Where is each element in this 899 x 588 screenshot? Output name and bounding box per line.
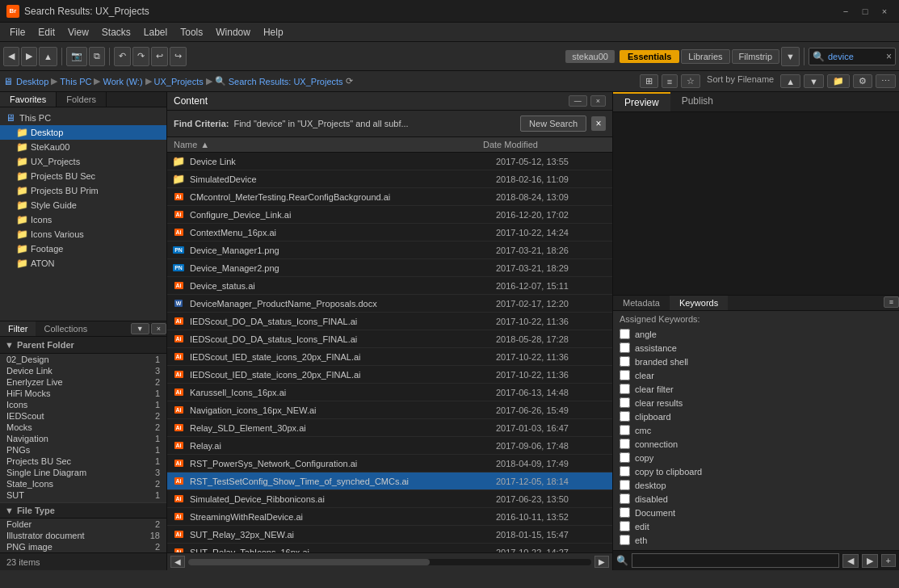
tree-item-this-pc[interactable]: 🖥This PC	[0, 111, 166, 125]
file-row[interactable]: AiCMcontrol_MeterTesting.RearConfigBackg…	[167, 188, 612, 206]
keyword-checkbox[interactable]	[620, 370, 630, 380]
scroll-left-button[interactable]: ◀	[170, 556, 185, 568]
date-column-header[interactable]: Date Modified	[480, 139, 593, 150]
keyword-checkbox[interactable]	[620, 342, 630, 353]
keyword-next-button[interactable]: ▶	[862, 554, 878, 568]
file-row[interactable]: AiKarussell_Icons_16px.ai2017-06-13, 14:…	[167, 384, 612, 401]
file-type-section[interactable]: ▼File Type	[0, 502, 166, 519]
tree-item-style-guide[interactable]: 📁Style Guide	[0, 198, 166, 212]
keyword-checkbox[interactable]	[620, 356, 630, 367]
filter-item-enerlyzer-live[interactable]: Enerlyzer Live2	[0, 376, 166, 388]
filter-item-projects-bu-sec[interactable]: Projects BU Sec1	[0, 456, 166, 467]
keyword-checkbox[interactable]	[620, 521, 630, 531]
menu-item-view[interactable]: View	[61, 25, 95, 40]
folder-button[interactable]: 📁	[827, 74, 850, 88]
file-row[interactable]: AiRelay.ai2017-09-06, 17:48	[167, 437, 612, 455]
content-close-button[interactable]: ×	[590, 95, 606, 107]
file-row[interactable]: AiIEDScout_IED_state_icons_20px_FINAL.ai…	[167, 348, 612, 366]
filter-menu-button[interactable]: ▼	[131, 323, 149, 334]
arrow-down-button[interactable]: ▼	[781, 47, 800, 66]
new-search-button[interactable]: New Search	[520, 116, 586, 132]
file-row[interactable]: AiContextMenu_16px.ai2017-10-22, 14:24	[167, 224, 612, 242]
keyword-checkbox[interactable]	[620, 439, 630, 449]
minimize-button[interactable]: −	[838, 3, 854, 19]
file-row[interactable]: AiSUT_Relay_32px_NEW.ai2018-01-15, 15:47	[167, 526, 612, 544]
sort-asc-button[interactable]: ▲	[780, 74, 800, 88]
filter-item-pngs[interactable]: PNGs1	[0, 444, 166, 456]
keyword-checkbox[interactable]	[620, 535, 630, 545]
libraries-button[interactable]: Libraries	[681, 49, 729, 64]
tools-button[interactable]: ⚙	[853, 74, 872, 88]
rotate-left-button[interactable]: ↶	[114, 47, 131, 66]
search-input[interactable]: device	[828, 52, 884, 61]
keyword-checkbox[interactable]	[620, 384, 630, 394]
camera-button[interactable]: 📷	[66, 47, 87, 66]
filter-item-device-link[interactable]: Device Link3	[0, 365, 166, 376]
rotate-right-button[interactable]: ↷	[132, 47, 149, 66]
filter-item-mocks[interactable]: Mocks2	[0, 422, 166, 433]
file-row[interactable]: AiConfigure_Device_Link.ai2016-12-20, 17…	[167, 206, 612, 224]
file-row[interactable]: AiRST_TestSetConfig_Show_Time_of_synched…	[167, 472, 612, 490]
filter-item-navigation[interactable]: Navigation1	[0, 433, 166, 444]
file-row[interactable]: PNDevice_Manager1.png2017-03-21, 18:26	[167, 242, 612, 259]
breadcrumb-uxprojects[interactable]: UX_Projects	[154, 77, 204, 86]
tab-keywords[interactable]: Keywords	[670, 296, 728, 310]
menu-item-help[interactable]: Help	[257, 25, 290, 40]
breadcrumb-work[interactable]: Work (W:)	[103, 77, 142, 86]
menu-item-window[interactable]: Window	[209, 25, 257, 40]
filter-item-icons[interactable]: Icons1	[0, 399, 166, 410]
name-column-header[interactable]: Name ▲	[170, 139, 480, 150]
file-row[interactable]: AiSimulated_Device_Ribbonicons.ai2017-06…	[167, 490, 612, 508]
filter-item-hifi-mocks[interactable]: HiFi Mocks1	[0, 388, 166, 399]
forward-button[interactable]: ▶	[21, 47, 37, 66]
tree-item-stekau00[interactable]: 📁SteKau00	[0, 140, 166, 154]
parent-folder-section[interactable]: ▼ Parent Folder	[0, 337, 166, 354]
maximize-button[interactable]: □	[857, 3, 873, 19]
file-row[interactable]: AiRelay_SLD_Element_30px.ai2017-01-03, 1…	[167, 419, 612, 437]
star-button[interactable]: ☆	[681, 74, 700, 88]
tree-item-projects-bu-prim[interactable]: 📁Projects BU Prim	[0, 183, 166, 198]
file-row[interactable]: AiIEDScout_DO_DA_status_Icons_FINAL.ai20…	[167, 313, 612, 330]
filter-item-state_icons[interactable]: State_Icons2	[0, 478, 166, 489]
menu-item-tools[interactable]: Tools	[174, 25, 209, 40]
filetype-item-png-image[interactable]: PNG image2	[0, 541, 166, 552]
content-tab[interactable]: Content	[174, 95, 208, 107]
tab-collections[interactable]: Collections	[36, 321, 95, 336]
undo-button[interactable]: ↩	[151, 47, 168, 66]
filter-item-02_design[interactable]: 02_Design1	[0, 354, 166, 365]
tree-item-desktop[interactable]: 📁Desktop	[0, 125, 166, 140]
list-view-button[interactable]: ≡	[662, 74, 678, 88]
sort-desc-button[interactable]: ▼	[804, 74, 824, 88]
breadcrumb-searchresults[interactable]: 🔍Search Results: UX_Projects ⟳	[215, 76, 353, 86]
clear-search-icon[interactable]: ×	[886, 51, 892, 62]
grid-view-button[interactable]: ⊞	[640, 74, 658, 88]
tab-publish[interactable]: Publish	[670, 92, 725, 111]
file-row[interactable]: 📁Device Link2017-05-12, 13:55	[167, 153, 612, 170]
keyword-checkbox[interactable]	[620, 397, 630, 408]
content-menu-button[interactable]: —	[569, 95, 587, 107]
tab-preview[interactable]: Preview	[613, 92, 670, 111]
tree-item-aton[interactable]: 📁ATON	[0, 256, 166, 271]
copy-button[interactable]: ⧉	[89, 47, 105, 66]
tree-item-ux_projects[interactable]: 📁UX_Projects	[0, 154, 166, 169]
back-button[interactable]: ◀	[3, 47, 19, 66]
menu-item-edit[interactable]: Edit	[32, 25, 61, 40]
keyword-checkbox[interactable]	[620, 425, 630, 435]
filter-item-sut[interactable]: SUT1	[0, 489, 166, 501]
keyword-checkbox[interactable]	[620, 480, 630, 490]
tree-item-icons[interactable]: 📁Icons	[0, 212, 166, 227]
file-row[interactable]: PNDevice_Manager2.png2017-03-21, 18:29	[167, 259, 612, 277]
keyword-prev-button[interactable]: ◀	[842, 554, 859, 568]
tab-folders[interactable]: Folders	[57, 92, 107, 107]
keywords-menu-button[interactable]: ≡	[884, 296, 899, 308]
filter-item-single-line-diagram[interactable]: Single Line Diagram3	[0, 467, 166, 478]
file-row[interactable]: AiNavigation_icons_16px_NEW.ai2017-06-26…	[167, 401, 612, 419]
filetype-item-folder[interactable]: Folder2	[0, 519, 166, 530]
keyword-checkbox[interactable]	[620, 507, 630, 518]
breadcrumb-thispc[interactable]: This PC	[60, 77, 91, 86]
menu-item-file[interactable]: File	[3, 25, 32, 40]
keyword-checkbox[interactable]	[620, 411, 630, 422]
tree-item-projects-bu-sec[interactable]: 📁Projects BU Sec	[0, 169, 166, 183]
filmstrip-button[interactable]: Filmstrip	[732, 49, 780, 64]
more-button[interactable]: ⋯	[876, 74, 896, 88]
